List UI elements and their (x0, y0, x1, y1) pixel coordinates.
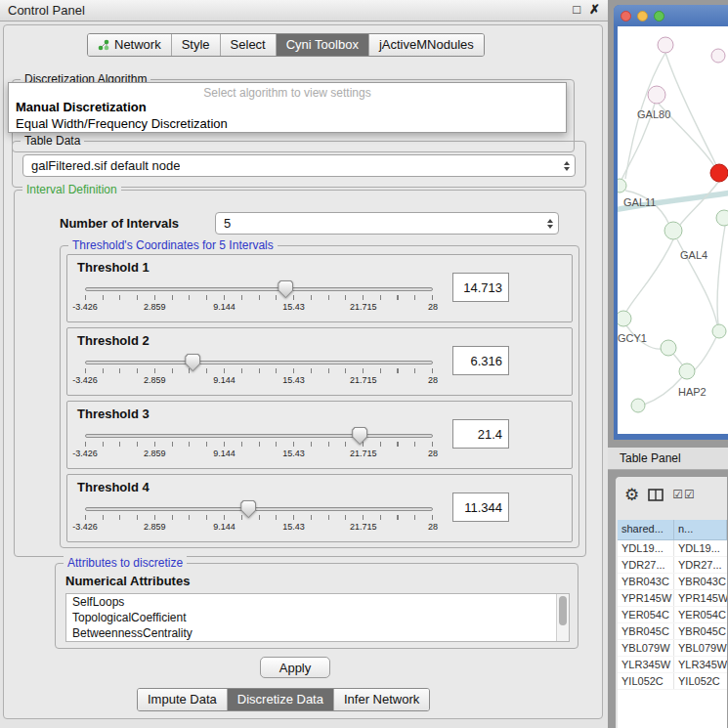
slider-track[interactable] (85, 434, 433, 438)
tick-label: 28 (428, 449, 438, 458)
scrollbar-thumb[interactable] (559, 596, 567, 625)
tab-infer-network[interactable]: Infer Network (333, 689, 429, 710)
threshold-slider[interactable]: -3.4262.8599.14415.4321.71528 (85, 278, 433, 318)
slider-track[interactable] (85, 507, 433, 511)
number-of-intervals-select[interactable]: 5 (215, 212, 559, 235)
slider-thumb[interactable] (185, 354, 200, 371)
tab-cyni-toolbox[interactable]: Cyni Toolbox (276, 34, 368, 56)
scrollbar[interactable] (556, 594, 569, 641)
tab-impute-data[interactable]: Impute Data (138, 689, 227, 710)
network-node[interactable] (711, 49, 725, 63)
table-row[interactable]: YER054CYER054C (618, 607, 727, 623)
stepper-icon[interactable] (541, 213, 558, 234)
tab-jactivemnodules[interactable]: jActiveMNodules (368, 34, 484, 56)
float-window-icon[interactable]: □ (573, 2, 580, 17)
tick-label: 15.43 (282, 449, 305, 458)
threshold-panel: Threshold 1 -3.4262.8599.14415.4321.7152… (66, 254, 573, 322)
tick-label: 2.859 (144, 522, 166, 532)
tab-label: Discretize Data (237, 692, 323, 707)
number-of-intervals-label: Number of Intervals (60, 216, 179, 231)
table-data-select[interactable]: galFiltered.sif default node (22, 154, 576, 177)
slider-thumb[interactable] (240, 500, 256, 518)
threshold-value-field[interactable]: 11.344 (452, 492, 509, 522)
column-header-shared-name[interactable]: shared... (618, 520, 674, 540)
slider-tick-labels: -3.4262.8599.14415.4321.71528 (85, 375, 433, 386)
network-node[interactable] (618, 311, 631, 326)
threshold-value-field[interactable]: 14.713 (452, 273, 509, 302)
node-label: HAP2 (678, 386, 707, 398)
interval-definition-group: Interval Definition Number of Intervals … (14, 190, 586, 557)
table-row[interactable]: YLR345WYLR345W (618, 657, 727, 673)
threshold-slider[interactable]: -3.4262.8599.14415.4321.71528 (85, 498, 433, 537)
tab-network[interactable]: Network (88, 34, 171, 56)
table-panel-header[interactable]: Table Panel (608, 447, 728, 470)
node-table[interactable]: shared... n... YDL19...YDL19...YDR27...Y… (618, 520, 727, 728)
slider-thumb[interactable] (352, 427, 367, 445)
close-icon[interactable]: ✗ (589, 2, 600, 17)
close-traffic-light-icon[interactable] (621, 11, 631, 21)
tab-style[interactable]: Style (171, 34, 220, 56)
panel-body: NetworkStyleSelectCyni ToolboxjActiveMNo… (3, 24, 603, 719)
table-row[interactable]: YBL079WYBL079W (618, 640, 727, 657)
table-row[interactable]: YBR045CYBR045C (618, 623, 727, 640)
table-cell: YIL052C (618, 673, 674, 689)
tab-select[interactable]: Select (220, 34, 276, 56)
threshold-slider[interactable]: -3.4262.8599.14415.4321.71528 (85, 352, 433, 391)
checkbox-icons[interactable]: ☑☑ (672, 488, 696, 501)
threshold-label: Threshold 1 (77, 260, 150, 275)
table-cell: YDR27... (674, 557, 727, 573)
dropdown-item-manual-discretization[interactable]: Manual Discretization (9, 99, 566, 115)
zoom-traffic-light-icon[interactable] (654, 11, 664, 21)
network-node[interactable] (648, 86, 665, 104)
network-node[interactable] (631, 399, 645, 412)
threshold-panel: Threshold 2 -3.4262.8599.14415.4321.7152… (66, 327, 573, 396)
tab-discretize-data[interactable]: Discretize Data (227, 689, 333, 710)
tick-label: 21.715 (350, 449, 377, 458)
network-node[interactable] (716, 210, 728, 226)
network-node[interactable] (712, 324, 726, 338)
table-row[interactable]: YPR145WYPR145W (618, 590, 727, 607)
slider-track[interactable] (85, 287, 433, 291)
attribute-item[interactable]: TopologicalCoefficient (66, 610, 569, 625)
threshold-value-field[interactable]: 6.316 (452, 346, 509, 375)
threshold-value-field[interactable]: 21.4 (452, 419, 509, 449)
table-row[interactable]: YDR27...YDR27... (618, 557, 727, 574)
table-cell: YBR045C (618, 623, 674, 639)
table-row[interactable]: YIL052CYIL052C (618, 673, 727, 690)
show-columns-icon[interactable] (648, 489, 664, 501)
selected-node[interactable] (710, 164, 728, 182)
dropdown-item-equal-width-frequency[interactable]: Equal Width/Frequency Discretization (9, 115, 566, 132)
control-panel-titlebar[interactable]: Control Panel □ ✗ (0, 0, 608, 21)
stepper-icon[interactable] (558, 155, 575, 176)
thresholds-group-title: Threshold's Coordinates for 5 Intervals (68, 238, 278, 252)
algorithm-dropdown-popup: Select algorithm to view settings Manual… (8, 82, 567, 133)
network-view-window[interactable]: GAL80 GAL11 GAL4 GCY1 HAP2 (614, 5, 728, 440)
table-row[interactable]: YBR043CYBR043C (618, 574, 727, 590)
network-node[interactable] (661, 340, 676, 356)
column-header-name[interactable]: n... (674, 520, 727, 540)
network-node[interactable] (618, 179, 626, 193)
network-node[interactable] (658, 37, 673, 53)
attribute-item[interactable]: SelfLoops (66, 594, 569, 610)
slider-thumb[interactable] (278, 280, 293, 298)
tick-label: -3.426 (72, 449, 98, 458)
tick-label: 2.859 (144, 449, 166, 458)
network-canvas[interactable]: GAL80 GAL11 GAL4 GCY1 HAP2 (618, 26, 728, 434)
network-window-titlebar[interactable] (614, 5, 728, 26)
apply-button[interactable]: Apply (260, 657, 330, 678)
top-tab-bar: NetworkStyleSelectCyni ToolboxjActiveMNo… (87, 33, 485, 57)
slider-ticks (85, 442, 434, 447)
network-node[interactable] (679, 364, 695, 379)
gear-icon[interactable]: ⚙ (624, 487, 639, 503)
numerical-attributes-list[interactable]: SelfLoopsTopologicalCoefficientBetweenne… (65, 593, 570, 642)
minimize-traffic-light-icon[interactable] (637, 11, 648, 21)
table-data-group-title: Table Data (21, 134, 84, 148)
tick-label: 9.144 (213, 375, 236, 385)
tick-label: 21.715 (350, 302, 377, 312)
attribute-item[interactable]: BetweennessCentrality (66, 625, 569, 641)
slider-track[interactable] (85, 361, 433, 364)
network-node[interactable] (664, 222, 682, 239)
table-row[interactable]: YDL19...YDL19... (618, 540, 727, 557)
tick-label: -3.426 (72, 522, 98, 532)
threshold-slider[interactable]: -3.4262.8599.14415.4321.71528 (85, 425, 433, 464)
